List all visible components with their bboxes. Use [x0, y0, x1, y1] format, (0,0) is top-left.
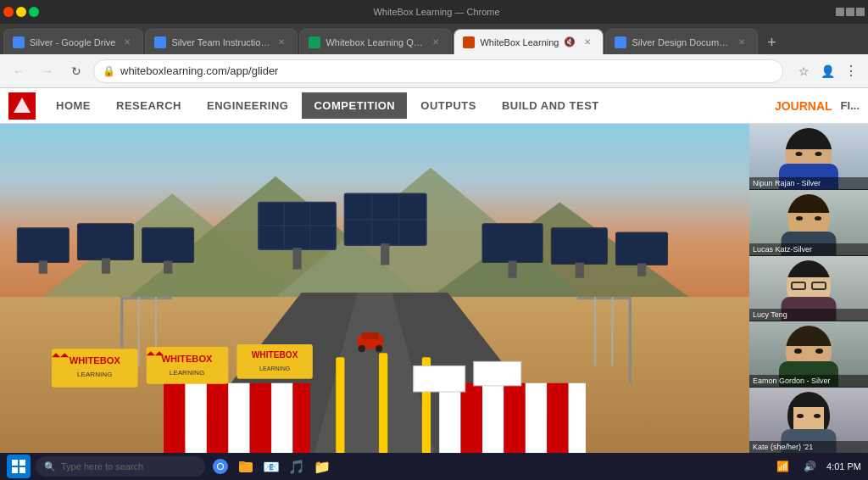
tab-silver-design[interactable]: Silver Design Documenta... ✕	[605, 29, 758, 54]
tab-label-quick: Whitebox Learning Quick...	[326, 37, 424, 47]
back-button[interactable]: ←	[7, 59, 31, 83]
tab-close-instructions[interactable]: ✕	[275, 36, 288, 49]
svg-rect-27	[292, 248, 301, 269]
forward-button[interactable]: →	[36, 59, 59, 83]
lock-icon: 🔒	[103, 65, 115, 77]
svg-rect-89	[474, 361, 521, 385]
new-tab-button[interactable]: +	[760, 31, 783, 54]
tab-favicon-wb	[463, 36, 475, 48]
address-bar-row: ← → ↻ 🔒 whiteboxlearning.com/app/glider …	[0, 54, 868, 88]
participant-5-label: Kate (she/her) '21	[749, 441, 868, 453]
close-button[interactable]	[3, 7, 14, 17]
nav-more[interactable]: FI...	[841, 99, 860, 112]
svg-rect-65	[120, 297, 172, 299]
bookmark-icon[interactable]: ☆	[793, 61, 814, 81]
svg-rect-60	[504, 383, 525, 453]
network-icon[interactable]: 📶	[772, 456, 793, 477]
taskbar-icon-4[interactable]: 🎵	[287, 456, 307, 477]
svg-rect-22	[164, 260, 172, 273]
svg-rect-33	[482, 224, 542, 263]
minimize-button[interactable]	[16, 7, 26, 17]
tab-close-design[interactable]: ✕	[735, 36, 748, 49]
svg-rect-54	[250, 383, 271, 453]
svg-text:LEARNING: LEARNING	[170, 369, 204, 377]
nav-home[interactable]: HOME	[44, 92, 103, 119]
svg-rect-42	[576, 263, 584, 278]
site-nav-menu: HOME RESEARCH ENGINEERING COMPETITION OU…	[44, 92, 775, 119]
tab-close-drive[interactable]: ✕	[120, 36, 134, 49]
taskbar-time: 4:01 PM	[826, 461, 861, 472]
nav-engineering[interactable]: ENGINEERING	[195, 92, 301, 119]
nav-competition[interactable]: COMPETITION	[302, 92, 407, 119]
svg-rect-47	[637, 264, 646, 276]
svg-rect-66	[138, 297, 140, 366]
tab-favicon-instructions	[154, 36, 166, 48]
maximize-button[interactable]	[29, 7, 39, 17]
svg-rect-61	[526, 383, 547, 453]
participant-2-label: Lucas Katz-Silver	[749, 243, 868, 255]
search-placeholder: Type here to search	[61, 461, 143, 472]
svg-rect-55	[271, 383, 292, 453]
tab-close-quick[interactable]: ✕	[429, 36, 442, 49]
svg-rect-94	[12, 460, 18, 466]
tab-silver-drive[interactable]: Silver - Google Drive ✕	[3, 29, 143, 54]
tab-close-wb[interactable]: ✕	[581, 36, 594, 49]
taskbar-icons: 📧 🎵 📁	[210, 456, 332, 477]
taskbar: 🔍 Type here to search 📧 🎵 📁 📶 🔊	[0, 453, 868, 480]
profile-icon[interactable]: 👤	[817, 61, 837, 81]
taskbar-icon-3[interactable]: 📧	[261, 456, 281, 477]
tab-whitebox-learning[interactable]: WhiteBox Learning 🔇 ✕	[453, 29, 604, 54]
nav-outputs[interactable]: OUTPUTS	[409, 92, 488, 119]
video-tile-2: Lucas Katz-Silver	[749, 190, 868, 255]
volume-icon[interactable]: 🔊	[799, 456, 820, 477]
nav-research[interactable]: RESEARCH	[104, 92, 193, 119]
svg-rect-69	[577, 297, 629, 299]
tab-mute-icon[interactable]: 🔇	[564, 36, 576, 47]
svg-rect-68	[629, 297, 632, 383]
participant-1-label: Nipun Rajan - Silver	[749, 177, 868, 189]
game-viewport[interactable]: WHITEBOX LEARNING WHITEBOX LEARNING WHIT…	[0, 124, 749, 453]
svg-text:WHITEBOX: WHITEBOX	[252, 350, 298, 360]
browser-chrome: WhiteBox Learning — Chrome Silver - Goog…	[0, 0, 868, 124]
svg-rect-95	[19, 460, 25, 466]
game-scene: WHITEBOX LEARNING WHITEBOX LEARNING WHIT…	[0, 124, 749, 453]
tab-label-wb: WhiteBox Learning	[480, 37, 559, 47]
tab-whitebox-quick[interactable]: Whitebox Learning Quick... ✕	[299, 29, 452, 54]
window-title: WhiteBox Learning — Chrome	[373, 7, 499, 17]
address-box[interactable]: 🔒 whiteboxlearning.com/app/glider	[93, 59, 783, 83]
svg-text:WHITEBOX: WHITEBOX	[161, 354, 213, 364]
taskbar-search[interactable]: 🔍 Type here to search	[36, 456, 205, 477]
title-bar: WhiteBox Learning — Chrome	[0, 0, 868, 24]
tab-silver-instructions[interactable]: Silver Team Instructions - ✕	[145, 29, 298, 54]
tab-label-drive: Silver - Google Drive	[30, 37, 115, 47]
main-content: WHITEBOX LEARNING WHITEBOX LEARNING WHIT…	[0, 124, 868, 453]
tab-favicon-design	[615, 36, 626, 48]
svg-rect-96	[12, 467, 18, 473]
tabs-bar: Silver - Google Drive ✕ Silver Team Inst…	[0, 24, 868, 54]
taskbar-icon-5[interactable]: 📁	[312, 456, 332, 477]
reload-button[interactable]: ↻	[64, 59, 88, 83]
video-tile-1: Nipun Rajan - Silver	[749, 124, 868, 189]
svg-text:LEARNING: LEARNING	[259, 366, 290, 372]
video-tile-5: Kate (she/her) '21	[749, 388, 868, 453]
nav-build-test[interactable]: BUILD AND TEST	[490, 92, 611, 119]
svg-rect-82	[236, 344, 312, 379]
win-icon-3	[856, 8, 865, 16]
participant-4-label: Eamon Gordon - Silver	[749, 375, 868, 387]
chrome-taskbar-icon[interactable]	[210, 456, 231, 477]
svg-rect-86	[379, 353, 387, 453]
nav-journal[interactable]: JOURNAL	[775, 99, 832, 113]
svg-rect-88	[414, 366, 465, 391]
start-button[interactable]	[7, 455, 31, 478]
address-text: whiteboxlearning.com/app/glider	[120, 64, 278, 77]
svg-rect-12	[39, 260, 47, 273]
extensions-icon[interactable]: ⋮	[841, 61, 861, 81]
participant-3-label: Lucy Teng	[749, 309, 868, 321]
tab-favicon-quick	[309, 36, 320, 48]
file-explorer-taskbar-icon[interactable]	[236, 456, 256, 477]
svg-rect-58	[461, 383, 482, 453]
svg-point-93	[376, 345, 382, 352]
video-panel: Nipun Rajan - Silver Lucas Katz-Silver	[749, 124, 868, 453]
svg-rect-37	[508, 260, 516, 277]
svg-rect-32	[381, 243, 389, 265]
